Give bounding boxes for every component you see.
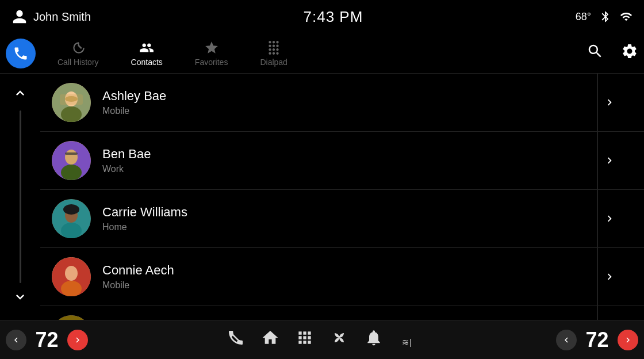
fan-button[interactable] <box>330 329 348 351</box>
svg-rect-4 <box>60 94 83 105</box>
tab-contacts[interactable]: Contacts <box>115 40 179 67</box>
contact-name-ashley: Ashley Bae <box>102 89 586 104</box>
contact-divider <box>597 74 598 131</box>
user-icon <box>12 9 28 25</box>
scroll-down-button[interactable] <box>12 289 28 308</box>
contact-info-ashley: Ashley Bae Mobile <box>102 89 586 116</box>
contact-avatar-craig <box>52 315 91 320</box>
contact-divider <box>597 190 598 247</box>
tab-call-history[interactable]: Call History <box>41 40 115 67</box>
clock-icon <box>71 40 86 55</box>
phone-end-button[interactable] <box>227 329 245 351</box>
svg-text:≋|: ≋| <box>402 338 412 347</box>
right-temp-decrease[interactable] <box>556 330 577 350</box>
right-temp-value: 72 <box>581 328 613 352</box>
right-temp-increase[interactable] <box>618 330 638 350</box>
contact-name-connie: Connie Aech <box>102 263 586 278</box>
temperature-display: 68° <box>576 11 591 23</box>
contact-type-ben: Work <box>102 164 586 174</box>
search-button[interactable] <box>586 43 604 64</box>
bottom-actions: ≋| <box>227 329 417 351</box>
tab-dialpad-label: Dialpad <box>260 58 287 67</box>
contact-divider <box>597 132 598 189</box>
contact-chevron-ben[interactable] <box>586 154 632 167</box>
contact-chevron-carrie[interactable] <box>586 212 632 225</box>
nav-actions <box>586 43 638 64</box>
contact-name-carrie: Carrie Williams <box>102 205 586 220</box>
contact-chevron-connie[interactable] <box>586 270 632 283</box>
scroll-track <box>20 110 21 283</box>
contact-type-connie: Mobile <box>102 280 586 291</box>
contact-list: Ashley Bae Mobile Ben Bae Work <box>40 74 644 320</box>
contact-avatar-connie <box>52 257 91 296</box>
svg-point-15 <box>61 281 82 296</box>
settings-button[interactable] <box>621 43 638 64</box>
svg-point-14 <box>65 266 78 281</box>
main-content: Ashley Bae Mobile Ben Bae Work <box>0 74 644 320</box>
contact-item-carrie-williams[interactable]: Carrie Williams Home <box>40 190 644 248</box>
contacts-icon <box>139 40 154 55</box>
contact-item-ashley-bae[interactable]: Ashley Bae Mobile <box>40 74 644 132</box>
contact-info-connie: Connie Aech Mobile <box>102 263 586 291</box>
right-temp-control: 72 <box>556 328 638 352</box>
bluetooth-icon <box>599 10 612 23</box>
apps-button[interactable] <box>296 329 314 351</box>
contact-item-ben-bae[interactable]: Ben Bae Work <box>40 132 644 190</box>
contact-type-carrie: Home <box>102 222 586 232</box>
contact-item-craig-anderson[interactable]: Craig Anderson <box>40 306 644 320</box>
contact-avatar-ben <box>52 141 91 180</box>
contact-avatar-ashley <box>52 83 91 122</box>
svg-point-7 <box>61 165 82 180</box>
bottom-bar: 72 <box>0 320 644 359</box>
svg-point-6 <box>65 150 78 165</box>
signal-icon <box>620 10 632 23</box>
svg-point-12 <box>63 204 79 215</box>
svg-point-2 <box>61 106 82 122</box>
star-icon <box>204 40 219 55</box>
contact-info-carrie: Carrie Williams Home <box>102 205 586 232</box>
contact-divider <box>597 306 598 320</box>
contact-name-ben: Ben Bae <box>102 147 586 162</box>
tab-contacts-label: Contacts <box>131 58 163 67</box>
left-temp-control: 72 <box>6 328 88 352</box>
dialpad-icon <box>266 40 281 55</box>
status-bar: John Smith 7:43 PM 68° <box>0 0 644 33</box>
notification-button[interactable] <box>365 329 383 351</box>
left-temp-value: 72 <box>31 328 63 352</box>
scroll-controls <box>0 74 40 320</box>
left-temp-increase[interactable] <box>67 330 88 350</box>
svg-point-11 <box>61 223 82 238</box>
svg-rect-8 <box>65 152 78 155</box>
status-time: 7:43 PM <box>304 8 363 26</box>
tab-dialpad[interactable]: Dialpad <box>244 40 303 67</box>
status-left: John Smith <box>12 9 91 25</box>
home-button[interactable] <box>261 329 279 351</box>
contact-divider <box>597 248 598 305</box>
contact-info-ben: Ben Bae Work <box>102 147 586 174</box>
contact-avatar-carrie <box>52 199 91 238</box>
tab-favorites[interactable]: Favorites <box>179 40 244 67</box>
scroll-up-button[interactable] <box>12 85 28 105</box>
tab-favorites-label: Favorites <box>195 58 228 67</box>
nav-tabs: Call History Contacts Favorites Dialpad <box>0 33 644 74</box>
tab-call-history-label: Call History <box>57 58 99 67</box>
phone-button[interactable] <box>6 39 36 68</box>
contact-chevron-ashley[interactable] <box>586 96 632 109</box>
status-right: 68° <box>576 10 632 23</box>
contact-item-connie-aech[interactable]: Connie Aech Mobile <box>40 248 644 306</box>
svg-point-16 <box>52 315 91 320</box>
contact-type-ashley: Mobile <box>102 106 586 116</box>
left-temp-decrease[interactable] <box>6 330 26 350</box>
user-name: John Smith <box>33 10 91 24</box>
heat-button[interactable]: ≋| <box>399 329 417 351</box>
